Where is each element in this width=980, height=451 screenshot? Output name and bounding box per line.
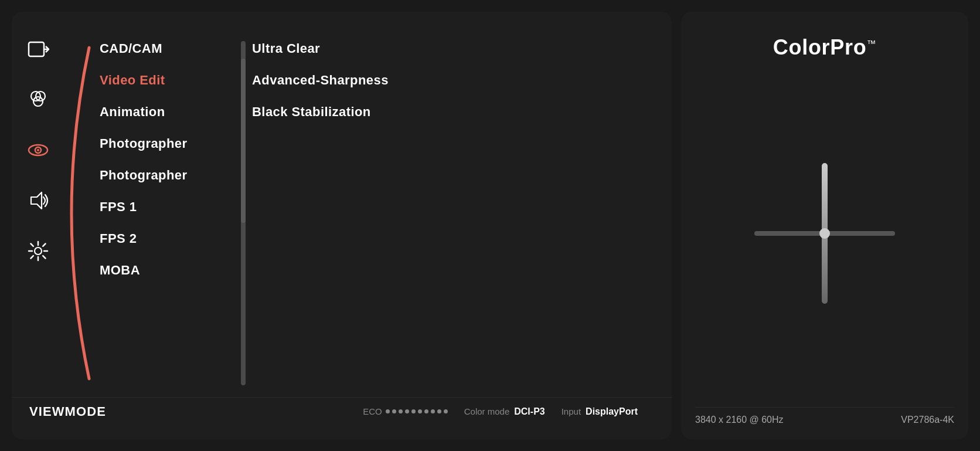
dot-9: [437, 409, 441, 413]
model-label: VP2786a-4K: [901, 415, 954, 425]
dot-2: [392, 409, 396, 413]
menu-item-animation[interactable]: Animation: [100, 104, 234, 120]
crosshair-horizontal-right: [825, 231, 895, 236]
menu-column-right: Ultra Clear Advanced-Sharpness Black Sta…: [252, 29, 416, 397]
svg-point-7: [37, 149, 39, 151]
svg-marker-8: [31, 192, 42, 209]
menu-item-black-stabilization[interactable]: Black Stabilization: [252, 104, 416, 120]
menu-item-cadcam[interactable]: CAD/CAM: [100, 41, 234, 56]
main-container: CAD/CAM Video Edit Animation Photographe…: [12, 12, 968, 439]
right-panel: ColorPro™ 3840 x 2160 @ 60Hz VP2786a-4K: [681, 12, 968, 439]
input-value: DisplayPort: [586, 406, 638, 417]
eco-label: ECO: [363, 406, 382, 416]
input-icon[interactable]: [24, 35, 52, 63]
dot-4: [405, 409, 409, 413]
menu-column-left: CAD/CAM Video Edit Animation Photographe…: [100, 29, 234, 397]
menu-item-photographer1[interactable]: Photographer: [100, 136, 234, 151]
dot-8: [431, 409, 435, 413]
menu-item-fps1[interactable]: FPS 1: [100, 199, 234, 215]
menu-area: CAD/CAM Video Edit Animation Photographe…: [100, 29, 672, 397]
menu-item-advanced-sharpness[interactable]: Advanced-Sharpness: [252, 73, 416, 88]
crosshair-area: [695, 60, 954, 407]
svg-rect-0: [29, 42, 44, 56]
svg-point-9: [35, 247, 42, 255]
color-mode-value: DCI-P3: [514, 406, 545, 417]
left-panel-inner: CAD/CAM Video Edit Animation Photographe…: [12, 29, 672, 397]
audio-icon[interactable]: [24, 186, 52, 215]
crosshair-horizontal-left: [754, 231, 825, 236]
dot-7: [424, 409, 428, 413]
status-bar: VIEWMODE ECO Color mode DCI-P3 Input Dis…: [12, 397, 672, 425]
color-wheel-icon[interactable]: [24, 86, 52, 114]
menu-item-videoedit[interactable]: Video Edit: [100, 73, 234, 88]
settings-icon[interactable]: [24, 237, 52, 265]
eco-dots: [386, 409, 448, 413]
dot-3: [399, 409, 403, 413]
scrollbar-thumb: [241, 59, 246, 223]
scrollbar-track: [241, 41, 246, 385]
right-panel-bottom: 3840 x 2160 @ 60Hz VP2786a-4K: [695, 407, 954, 425]
dot-5: [411, 409, 416, 413]
viewmode-label: VIEWMODE: [29, 404, 106, 419]
input-label: Input: [562, 406, 581, 416]
scrollbar[interactable]: [240, 29, 246, 397]
crosshair-widget: [737, 145, 913, 321]
dot-10: [444, 409, 448, 413]
eye-icon[interactable]: [24, 136, 52, 164]
dot-1: [386, 409, 390, 413]
menu-item-moba[interactable]: MOBA: [100, 263, 234, 278]
left-panel: CAD/CAM Video Edit Animation Photographe…: [12, 12, 672, 439]
color-mode-label: Color mode: [464, 406, 510, 416]
menu-item-fps2[interactable]: FPS 2: [100, 231, 234, 246]
sidebar: [12, 29, 64, 397]
colorpro-title: ColorPro™: [773, 35, 877, 60]
svg-point-4: [33, 97, 43, 106]
menu-item-ultraclear[interactable]: Ultra Clear: [252, 41, 416, 56]
resolution-label: 3840 x 2160 @ 60Hz: [695, 415, 784, 425]
menu-item-photographer2[interactable]: Photographer: [100, 168, 234, 183]
crosshair-center-dot: [819, 228, 830, 239]
dot-6: [418, 409, 422, 413]
arc-curve: [60, 29, 95, 397]
